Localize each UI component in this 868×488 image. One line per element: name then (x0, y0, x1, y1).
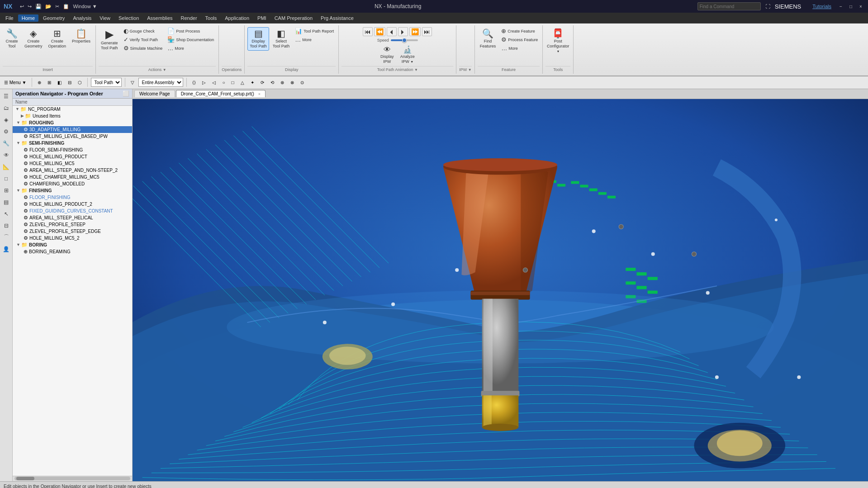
tree-hole-mc5-2[interactable]: ⚙ HOLE_MILLING_MC5_2 (13, 235, 132, 242)
post-process-button[interactable]: 📄 Post Process (166, 27, 216, 35)
window-button[interactable]: Window ▼ (71, 4, 98, 9)
generate-tool-path-button[interactable]: ▶ GenerateTool Path (99, 27, 120, 52)
tree-hole-mill-prod2[interactable]: ⚙ HOLE_MILLING_PRODUCT_2 (13, 201, 132, 208)
tree-semi-finishing[interactable]: ▼ 📁 SEMI-FINISHING (13, 140, 132, 147)
redo-button[interactable]: ↪ (26, 4, 33, 9)
tool-path-select[interactable]: Tool Path (91, 78, 122, 87)
cut-button[interactable]: ✂ (54, 4, 61, 9)
sidebar-box2-icon[interactable]: ⊞ (1, 185, 12, 196)
menu-file[interactable]: File (2, 14, 17, 22)
tab-close-icon[interactable]: × (258, 92, 261, 96)
t2-nav12[interactable]: ⊙ (298, 79, 306, 86)
menu-toggle-button[interactable]: ☰ Menu ▼ (2, 79, 28, 86)
roughing-toggle[interactable]: ▼ (16, 120, 20, 125)
viewport[interactable]: Welcome Page Drone_Core_CAM_Front_setup.… (133, 89, 868, 481)
tree-finishing[interactable]: ▼ 📁 FINISHING (13, 187, 132, 194)
sidebar-geom-icon[interactable]: ◈ (1, 114, 12, 125)
menu-home[interactable]: Home (18, 14, 38, 22)
maximize-icon[interactable]: ⛶ (765, 4, 770, 9)
menu-pmi[interactable]: PMI (254, 14, 270, 22)
tree-boring[interactable]: ▼ 📁 BORING (13, 242, 132, 248)
t2-nav7[interactable]: ✦ (248, 79, 256, 86)
t2-nav3[interactable]: ◁ (210, 79, 218, 86)
save-button[interactable]: 💾 (34, 4, 43, 9)
t2-nav1[interactable]: ⟨⟩ (190, 79, 198, 86)
t2-icon5[interactable]: ⬡ (76, 79, 84, 86)
play-forward-button[interactable]: ⏵ (398, 27, 408, 36)
verify-tool-path-button[interactable]: ✓ Verify Tool Path (122, 36, 165, 43)
tree-floor-semi[interactable]: ⚙ FLOOR_SEMI-FINISHING (13, 147, 132, 153)
t2-nav8[interactable]: ⟳ (258, 79, 266, 86)
tree-boring-reaming[interactable]: ⊕ BORING_REAMING (13, 248, 132, 255)
tree-rest-milling[interactable]: ⚙ REST_MILLING_LEVEL_BASED_IPW (13, 133, 132, 140)
tree-hole-milling-prod[interactable]: ⚙ HOLE_MILLING_PRODUCT (13, 153, 132, 160)
nav-maximize-icon[interactable]: ⬜ (123, 90, 129, 97)
minimize-button[interactable]: − (837, 3, 844, 10)
tree-hole-milling-mc5[interactable]: ⚙ HOLE_MILLING_MC5 (13, 160, 132, 167)
create-operation-button[interactable]: ⊞ CreateOperation (46, 27, 69, 51)
t2-icon2[interactable]: ⊞ (45, 79, 53, 86)
restore-button[interactable]: □ (847, 3, 854, 10)
t2-nav4[interactable]: ○ (220, 79, 227, 86)
tree-chamfering[interactable]: ⚙ CHAMFERING_MODELED (13, 180, 132, 187)
menu-geometry[interactable]: Geometry (39, 14, 68, 22)
tool-path-report-button[interactable]: 📊 Tool Path Report (293, 27, 336, 35)
menu-tools[interactable]: Tools (202, 14, 221, 22)
properties-button[interactable]: 📋 Properties (70, 27, 93, 46)
select-tool-path-button[interactable]: ◧ SelectTool Path (270, 27, 292, 51)
t2-icon1[interactable]: ⊕ (35, 79, 43, 86)
t2-icon3[interactable]: ◧ (55, 79, 64, 86)
tree-unused-items[interactable]: ▶ 📁 Unused Items (13, 113, 132, 119)
menu-analysis[interactable]: Analysis (69, 14, 95, 22)
simulate-machine-button[interactable]: ⚙ Simulate Machine (122, 44, 165, 52)
sidebar-curve-icon[interactable]: ⌒ (1, 232, 12, 243)
tree-zlevel-edge[interactable]: ⚙ ZLEVEL_PROFILE_STEEP_EDGE (13, 228, 132, 235)
more-actions-button[interactable]: … More (166, 44, 216, 52)
gouge-check-button[interactable]: ◐ Gouge Check (122, 27, 165, 35)
tutorials-link[interactable]: Tutorials (811, 4, 833, 9)
shop-doc-button[interactable]: 🏪 Shop Documentation (166, 36, 216, 43)
speed-slider[interactable] (391, 39, 418, 41)
t2-nav6[interactable]: △ (238, 79, 247, 86)
tab-welcome[interactable]: Welcome Page (134, 90, 175, 97)
finishing-toggle[interactable]: ▼ (16, 188, 20, 193)
menu-render[interactable]: Render (177, 14, 201, 22)
boring-toggle[interactable]: ▼ (16, 242, 20, 247)
t2-nav9[interactable]: ⟲ (268, 79, 276, 86)
sidebar-box1-icon[interactable]: □ (1, 173, 12, 184)
tree-floor-finishing[interactable]: ⚙ FLOOR_FINISHING (13, 194, 132, 201)
menu-prg-assist[interactable]: Prg Assistance (317, 14, 357, 22)
close-button[interactable]: × (857, 3, 864, 10)
command-search[interactable] (697, 2, 761, 10)
tree-nc-program[interactable]: ▼ 📁 NC_PROGRAM (13, 106, 132, 113)
more-disp-button[interactable]: … More (293, 36, 336, 43)
paste-button[interactable]: 📋 (62, 4, 71, 9)
scroll-track[interactable] (14, 477, 130, 480)
tab-cad-file[interactable]: Drone_Core_CAM_Front_setup.prt() × (176, 90, 266, 97)
display-ipw-button[interactable]: 👁 DisplayIPW (378, 44, 396, 66)
semi-toggle[interactable]: ▼ (16, 141, 20, 145)
tree-area-mill[interactable]: ⚙ AREA_MILL_STEEP_AND_NON-STEEP_2 (13, 167, 132, 174)
display-tool-path-button[interactable]: ▤ DisplayTool Path (247, 27, 269, 51)
analyze-ipw-button[interactable]: 🔬 AnalyzeIPW ▼ (398, 44, 417, 66)
t2-filter-btn[interactable]: ▽ (128, 79, 137, 86)
t2-nav5[interactable]: □ (229, 79, 237, 86)
fast-forward-button[interactable]: ⏩ (409, 27, 421, 36)
tree-hole-chamfer[interactable]: ⚙ HOLE_CHAMFER_MILLING_MC5 (13, 174, 132, 180)
skip-start-button[interactable]: ⏮ (363, 27, 373, 36)
post-configurator-button[interactable]: 📮 PostConfigurator ▼ (545, 27, 570, 55)
sidebar-menu-icon[interactable]: ☰ (1, 91, 12, 102)
sidebar-measure-icon[interactable]: 📐 (1, 161, 12, 172)
menu-application[interactable]: Application (221, 14, 253, 22)
tree-roughing[interactable]: ▼ 📁 ROUGHING (13, 119, 132, 126)
t2-nav10[interactable]: ⊛ (278, 79, 286, 86)
t2-nav11[interactable]: ⊗ (288, 79, 296, 86)
sidebar-tool-icon[interactable]: 🔧 (1, 138, 12, 149)
sidebar-op-icon[interactable]: ⚙ (1, 126, 12, 137)
menu-cam-prep[interactable]: CAM Preperation (271, 14, 316, 22)
sidebar-grid-icon[interactable]: ⊟ (1, 220, 12, 231)
open-button[interactable]: 📂 (44, 4, 53, 9)
menu-view[interactable]: View (96, 14, 114, 22)
create-geometry-button[interactable]: ◈ CreateGeometry (22, 27, 45, 51)
sidebar-nav-icon[interactable]: 🗂 (1, 103, 12, 114)
